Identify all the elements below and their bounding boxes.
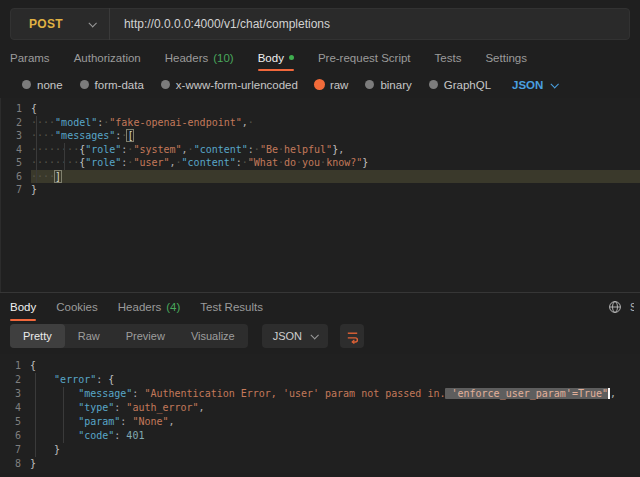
indent-guide xyxy=(63,387,64,443)
code-content: { xyxy=(31,102,640,116)
view-mode-segments: Pretty Raw Preview Visualize xyxy=(10,324,248,348)
radio-binary[interactable]: binary xyxy=(365,79,411,91)
token-ws xyxy=(30,416,78,427)
token-str: "Be xyxy=(260,144,278,155)
active-tab-underline xyxy=(258,69,294,71)
radio-none[interactable]: none xyxy=(22,79,63,91)
view-raw[interactable]: Raw xyxy=(65,324,113,348)
tab-settings[interactable]: Settings xyxy=(485,44,527,71)
token-key: "param" xyxy=(78,416,120,427)
token-key: "content" xyxy=(194,144,248,155)
code-line-5[interactable]: 5 "param": "None", xyxy=(0,415,640,429)
line-number: 5 xyxy=(0,415,30,429)
radio-icon xyxy=(365,80,374,89)
tab-label: Headers xyxy=(165,52,208,64)
response-tab-test-results[interactable]: Test Results xyxy=(200,293,263,321)
radio-form-data[interactable]: form-data xyxy=(80,79,144,91)
token-ws: ···· xyxy=(31,117,55,128)
code-content: "type": "auth_error", xyxy=(30,401,640,415)
code-line-5[interactable]: 5········{"role":·"user",·"content":·"Wh… xyxy=(1,156,640,170)
token-str: "user" xyxy=(133,157,169,168)
token-brace: { xyxy=(30,360,36,371)
tab-authorization[interactable]: Authorization xyxy=(74,44,141,71)
code-content: } xyxy=(31,183,640,197)
token-ws xyxy=(30,374,54,385)
radio-label: binary xyxy=(380,79,411,91)
token-key: "model" xyxy=(55,117,97,128)
method-selector[interactable]: POST xyxy=(11,9,109,39)
token-ws xyxy=(30,444,54,455)
tab-headers[interactable]: Headers (10) xyxy=(165,44,234,71)
line-number: 2 xyxy=(0,373,30,387)
code-line-2[interactable]: 2 "error": { xyxy=(0,373,640,387)
code-line-4[interactable]: 4 "type": "auth_error", xyxy=(0,401,640,415)
wrap-text-icon xyxy=(345,329,360,344)
code-line-7[interactable]: 7 } xyxy=(0,443,640,457)
token-punct: , xyxy=(610,388,616,399)
code-line-3[interactable]: 3····"messages":·[ xyxy=(1,129,640,143)
token-key: "content" xyxy=(182,157,236,168)
token-str: you xyxy=(302,157,320,168)
chevron-down-icon xyxy=(88,19,96,27)
code-line-2[interactable]: 2····"model":·"fake-openai-endpoint",· xyxy=(1,116,640,130)
code-line-7[interactable]: 7} xyxy=(1,183,640,197)
response-tab-headers[interactable]: Headers (4) xyxy=(118,293,181,321)
wrap-text-button[interactable] xyxy=(340,324,364,348)
view-preview[interactable]: Preview xyxy=(113,324,178,348)
active-tab-underline xyxy=(10,319,36,321)
code-content: ····"model":·"fake-openai-endpoint",· xyxy=(31,116,640,130)
token-key: "role" xyxy=(85,144,121,155)
radio-raw[interactable]: raw xyxy=(315,79,349,91)
chevron-down-icon xyxy=(311,331,319,339)
body-modified-dot xyxy=(289,55,294,60)
tab-label: Pre-request Script xyxy=(318,52,411,64)
token-str: do xyxy=(284,157,296,168)
token-ws xyxy=(30,430,78,441)
indent-guide xyxy=(64,143,65,170)
code-line-1[interactable]: 1{ xyxy=(0,359,640,373)
code-line-4[interactable]: 4········{"role":·"system",·"content":·"… xyxy=(1,143,640,157)
code-content: ····"messages":·[ xyxy=(31,129,640,143)
response-tab-body[interactable]: Body xyxy=(10,293,36,321)
tab-label: Body xyxy=(258,52,284,64)
token-str: "system" xyxy=(133,144,181,155)
response-meta-area: S xyxy=(608,293,634,321)
url-input[interactable]: http://0.0.0.0:4000/v1/chat/completions xyxy=(110,17,330,31)
token-str: "Authentication Error, 'user' param not … xyxy=(144,388,445,399)
headers-count-badge: (10) xyxy=(213,52,233,64)
globe-icon[interactable] xyxy=(608,300,622,314)
token-box: ] xyxy=(55,171,61,182)
radio-x-www-form-urlencoded[interactable]: x-www-form-urlencoded xyxy=(161,79,298,91)
token-key: "messages" xyxy=(55,130,115,141)
code-line-6[interactable]: 6 "code": 401 xyxy=(0,429,640,443)
view-visualize[interactable]: Visualize xyxy=(178,324,248,348)
radio-graphql[interactable]: GraphQL xyxy=(429,79,491,91)
raw-language-dropdown[interactable]: JSON xyxy=(512,79,557,91)
code-line-8[interactable]: 8} xyxy=(0,457,640,471)
code-line-6[interactable]: 6····] xyxy=(1,170,640,184)
token-key: "code" xyxy=(78,430,114,441)
tab-label: Cookies xyxy=(56,301,98,313)
response-section: Body Cookies Headers (4) Test Results S … xyxy=(0,292,640,473)
tab-label: Test Results xyxy=(200,301,263,313)
line-number: 3 xyxy=(1,129,31,143)
line-number: 1 xyxy=(1,102,31,116)
code-line-3[interactable]: 3 "message": "Authentication Error, 'use… xyxy=(0,387,640,401)
code-content: } xyxy=(30,457,640,471)
response-language-dropdown[interactable]: JSON xyxy=(262,324,328,348)
method-label: POST xyxy=(29,17,63,31)
line-number: 4 xyxy=(0,401,30,415)
code-line-1[interactable]: 1{ xyxy=(1,102,640,116)
tab-params[interactable]: Params xyxy=(10,44,50,71)
token-str: "auth_error" xyxy=(126,402,198,413)
code-content: { xyxy=(30,359,640,373)
token-ws: ···· xyxy=(31,171,55,182)
tab-body[interactable]: Body xyxy=(258,44,294,71)
response-body-viewer[interactable]: 1{2 "error": {3 "message": "Authenticati… xyxy=(0,354,640,473)
tab-tests[interactable]: Tests xyxy=(435,44,462,71)
response-tab-cookies[interactable]: Cookies xyxy=(56,293,98,321)
line-number: 3 xyxy=(0,387,30,401)
request-body-editor[interactable]: 1{2····"model":·"fake-openai-endpoint",·… xyxy=(0,98,640,292)
tab-pre-request-script[interactable]: Pre-request Script xyxy=(318,44,411,71)
view-pretty[interactable]: Pretty xyxy=(10,324,65,348)
